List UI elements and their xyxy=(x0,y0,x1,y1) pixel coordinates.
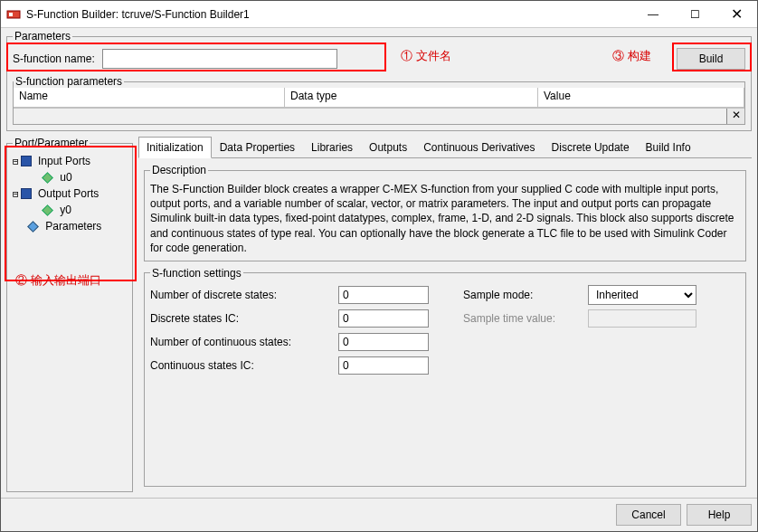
minimize-button[interactable]: — xyxy=(632,1,674,27)
sample-time-input xyxy=(588,309,696,328)
tree-u0[interactable]: u0 xyxy=(13,169,127,185)
col-header-value: Value xyxy=(538,88,744,107)
window-title: S-Function Builder: tcruve/S-Function Bu… xyxy=(26,8,632,21)
diamond-icon xyxy=(42,204,53,216)
titlebar: S-Function Builder: tcruve/S-Function Bu… xyxy=(1,1,757,28)
build-button[interactable]: Build xyxy=(677,48,745,70)
description-group: Description The S-Function Builder block… xyxy=(144,164,746,261)
tab-bar: Initialization Data Properties Libraries… xyxy=(138,137,752,158)
sfunction-name-label: S-function name: xyxy=(13,52,95,65)
parameters-group: Parameters S-function name: Build S-func… xyxy=(6,30,752,131)
annotation-text-3: ③ 构建 xyxy=(612,48,651,64)
tab-initialization[interactable]: Initialization xyxy=(138,137,212,158)
sample-time-label: Sample time value: xyxy=(463,312,581,325)
svg-rect-1 xyxy=(9,13,13,16)
diamond-icon xyxy=(42,172,53,184)
table-close-icon[interactable]: ✕ xyxy=(726,109,744,124)
sample-mode-label: Sample mode: xyxy=(463,289,581,301)
discrete-ic-input[interactable] xyxy=(338,309,429,328)
tree-y0[interactable]: y0 xyxy=(13,202,127,218)
sfunction-settings-group: S-function settings Number of discrete s… xyxy=(144,267,746,487)
sfunction-name-input[interactable] xyxy=(102,49,337,69)
num-continuous-input[interactable] xyxy=(338,333,429,351)
tab-data-properties[interactable]: Data Properties xyxy=(212,137,303,158)
close-button[interactable]: ✕ xyxy=(715,1,757,27)
continuous-ic-input[interactable] xyxy=(338,356,429,375)
parameters-legend: Parameters xyxy=(13,30,72,43)
tree-output-ports[interactable]: ⊟ Output Ports xyxy=(13,185,127,202)
port-tree: ⊟ Input Ports u0 ⊟ Output Ports y0 Param… xyxy=(13,153,127,234)
cancel-button[interactable]: Cancel xyxy=(616,504,681,526)
tree-parameters[interactable]: Parameters xyxy=(13,218,127,234)
app-window: S-Function Builder: tcruve/S-Function Bu… xyxy=(0,0,758,532)
annotation-text-1: ① 文件名 xyxy=(401,48,451,64)
num-discrete-label: Number of discrete states: xyxy=(150,289,331,301)
tree-input-ports[interactable]: ⊟ Input Ports xyxy=(13,153,127,169)
annotation-text-2: ② 输入输出端口 xyxy=(15,272,101,289)
num-discrete-input[interactable] xyxy=(338,286,429,304)
ports-icon xyxy=(21,156,32,166)
description-legend: Description xyxy=(150,164,208,176)
port-parameter-legend: Port/Parameter xyxy=(13,137,90,149)
discrete-ic-label: Discrete states IC: xyxy=(150,312,331,325)
port-parameter-group: Port/Parameter ⊟ Input Ports u0 ⊟ Output… xyxy=(6,137,133,492)
content-area: Parameters S-function name: Build S-func… xyxy=(1,28,757,498)
footer-bar: Cancel Help xyxy=(1,498,757,531)
tab-libraries[interactable]: Libraries xyxy=(303,137,361,158)
sfunction-parameters-group: S-function parameters Name Data type Val… xyxy=(13,75,745,125)
app-icon xyxy=(6,7,21,22)
tab-continuous-derivatives[interactable]: Continuous Derivatives xyxy=(415,137,543,158)
num-continuous-label: Number of continuous states: xyxy=(150,336,331,348)
tab-outputs[interactable]: Outputs xyxy=(361,137,415,158)
diamond-icon xyxy=(27,221,39,233)
parameters-table: Name Data type Value ✕ xyxy=(14,88,744,124)
settings-legend: S-function settings xyxy=(150,267,243,280)
sfunction-parameters-legend: S-function parameters xyxy=(14,75,124,88)
sample-mode-select[interactable]: Inherited xyxy=(588,285,696,305)
col-header-type: Data type xyxy=(285,88,538,107)
tab-build-info[interactable]: Build Info xyxy=(638,137,699,158)
help-button[interactable]: Help xyxy=(687,504,752,526)
maximize-button[interactable]: ☐ xyxy=(674,1,715,27)
description-text: The S-Function Builder block creates a w… xyxy=(150,182,740,255)
right-pane: Initialization Data Properties Libraries… xyxy=(138,137,752,492)
col-header-name: Name xyxy=(14,88,285,107)
continuous-ic-label: Continuous states IC: xyxy=(150,359,331,372)
tab-discrete-update[interactable]: Discrete Update xyxy=(544,137,638,158)
ports-icon xyxy=(21,188,32,199)
